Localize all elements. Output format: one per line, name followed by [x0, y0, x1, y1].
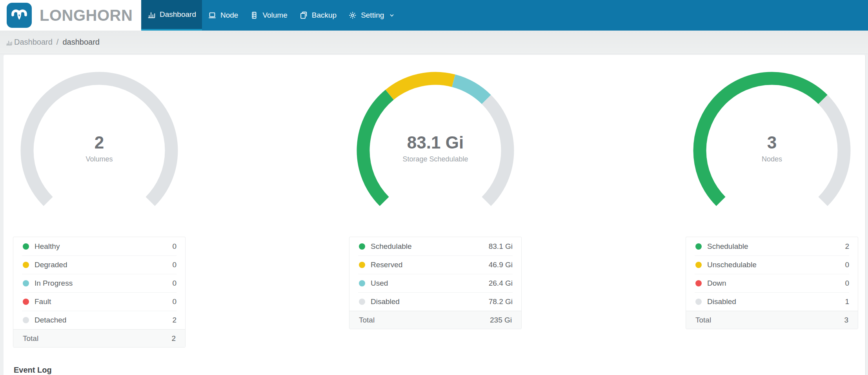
- main-nav: Dashboard Node Volume: [141, 0, 401, 31]
- legend-total-label: Total: [695, 316, 844, 324]
- legend-row: Unschedulable0: [695, 255, 849, 274]
- legend-dot: [23, 262, 29, 268]
- legend-row: Schedulable2: [695, 237, 849, 255]
- dashboard-content: 2 Volumes Healthy0Degraded0In Progress0F…: [4, 55, 866, 375]
- legend-label: Disabled: [707, 297, 845, 306]
- legend-label: Fault: [35, 297, 172, 306]
- nav-item-label: Dashboard: [160, 10, 196, 19]
- legend-row: Degraded0: [22, 255, 177, 274]
- legend-label: Reserved: [371, 261, 489, 269]
- nodes-legend-table: Schedulable2Unschedulable0Down0Disabled1…: [686, 237, 858, 329]
- legend-value: 0: [172, 261, 177, 269]
- storage-schedulable-label: Storage Schedulable: [349, 155, 522, 163]
- bull-icon: [10, 6, 29, 25]
- legend-value: 78.2 Gi: [489, 297, 513, 306]
- legend-dot: [23, 280, 29, 286]
- legend-row: Schedulable83.1 Gi: [358, 237, 513, 255]
- legend-total-value: 235 Gi: [490, 316, 512, 324]
- legend-rows: Healthy0Degraded0In Progress0Fault0Detac…: [22, 237, 177, 329]
- gear-icon: [348, 11, 357, 20]
- legend-row: Detached2: [22, 311, 177, 329]
- legend-row: Reserved46.9 Gi: [358, 255, 513, 274]
- legend-dot: [359, 299, 365, 305]
- legend-dot: [359, 280, 365, 286]
- legend-value: 83.1 Gi: [489, 242, 513, 251]
- bar-chart-icon: [147, 10, 156, 19]
- legend-value: 0: [845, 261, 849, 269]
- legend-total-row: Total235 Gi: [349, 311, 521, 329]
- legend-value: 46.9 Gi: [489, 261, 513, 269]
- legend-dot: [359, 243, 365, 250]
- nodes-count: 3: [686, 133, 858, 152]
- legend-dot: [23, 317, 29, 323]
- legend-label: Down: [707, 279, 845, 288]
- laptop-icon: [208, 11, 217, 20]
- legend-row: Disabled1: [695, 292, 849, 311]
- legend-dot: [695, 280, 702, 286]
- legend-label: Healthy: [35, 242, 172, 251]
- legend-row: In Progress0: [22, 274, 177, 292]
- gauge-center-text: 83.1 Gi Storage Schedulable: [349, 133, 522, 163]
- legend-rows: Schedulable83.1 GiReserved46.9 GiUsed26.…: [358, 237, 513, 311]
- legend-dot: [695, 262, 702, 268]
- breadcrumb-separator: /: [56, 38, 59, 47]
- nodes-label: Nodes: [686, 155, 858, 163]
- legend-label: Used: [371, 279, 489, 288]
- bar-chart-icon-small: [5, 39, 13, 46]
- legend-value: 2: [845, 242, 849, 251]
- gauge-segment-reserved: [389, 78, 453, 95]
- legend-value: 0: [172, 242, 177, 251]
- legend-row: Disabled78.2 Gi: [358, 292, 513, 311]
- legend-label: Unschedulable: [707, 261, 845, 269]
- legend-value: 0: [845, 279, 849, 288]
- nav-item-node[interactable]: Node: [202, 0, 244, 31]
- legend-label: Schedulable: [371, 242, 489, 251]
- legend-dot: [695, 299, 702, 305]
- breadcrumb-current: dashboard: [62, 38, 100, 47]
- storage-legend-table: Schedulable83.1 GiReserved46.9 GiUsed26.…: [349, 237, 522, 329]
- legend-label: Detached: [35, 316, 172, 324]
- gauge-center-text: 2 Volumes: [13, 133, 186, 163]
- longhorn-logo: [7, 3, 32, 28]
- nav-item-setting[interactable]: Setting: [342, 0, 401, 31]
- legend-label: In Progress: [35, 279, 172, 288]
- legend-row: Fault0: [22, 292, 177, 311]
- legend-total-value: 3: [844, 316, 848, 324]
- legend-dot: [23, 299, 29, 305]
- nav-item-label: Volume: [262, 11, 287, 20]
- legend-total-label: Total: [23, 334, 171, 343]
- legend-label: Degraded: [35, 261, 172, 269]
- legend-value: 0: [172, 279, 177, 288]
- legend-value: 26.4 Gi: [489, 279, 513, 288]
- legend-row: Healthy0: [22, 237, 177, 255]
- legend-label: Disabled: [371, 297, 489, 306]
- backup-icon: [299, 11, 308, 20]
- legend-value: 1: [845, 297, 849, 306]
- nav-item-label: Backup: [312, 11, 337, 20]
- legend-value: 2: [172, 316, 177, 324]
- nav-item-volume[interactable]: Volume: [244, 0, 293, 31]
- nav-item-dashboard[interactable]: Dashboard: [141, 0, 202, 31]
- volumes-legend-table: Healthy0Degraded0In Progress0Fault0Detac…: [13, 237, 186, 348]
- page: LONGHORN Dashboard Node: [0, 0, 868, 375]
- legend-total-row: Total3: [686, 311, 858, 329]
- legend-value: 0: [172, 297, 177, 306]
- breadcrumb: Dashboard / dashboard: [0, 31, 868, 54]
- gauge-center-text: 3 Nodes: [686, 133, 858, 163]
- legend-total-row: Total2: [13, 329, 185, 347]
- nav-item-backup[interactable]: Backup: [293, 0, 342, 31]
- gauge-segment-used: [453, 81, 486, 100]
- top-navbar: LONGHORN Dashboard Node: [0, 0, 868, 31]
- legend-row: Down0: [695, 274, 849, 292]
- breadcrumb-root[interactable]: Dashboard: [14, 38, 53, 47]
- logo-panel[interactable]: LONGHORN: [0, 0, 141, 31]
- nav-item-label: Setting: [361, 11, 384, 20]
- legend-row: Used26.4 Gi: [358, 274, 513, 292]
- legend-label: Schedulable: [707, 242, 845, 251]
- legend-rows: Schedulable2Unschedulable0Down0Disabled1: [695, 237, 849, 311]
- nav-item-label: Node: [220, 11, 238, 20]
- storage-schedulable-value: 83.1 Gi: [349, 133, 522, 152]
- database-icon: [250, 11, 258, 20]
- volumes-count: 2: [13, 133, 186, 152]
- app-title: LONGHORN: [40, 7, 133, 24]
